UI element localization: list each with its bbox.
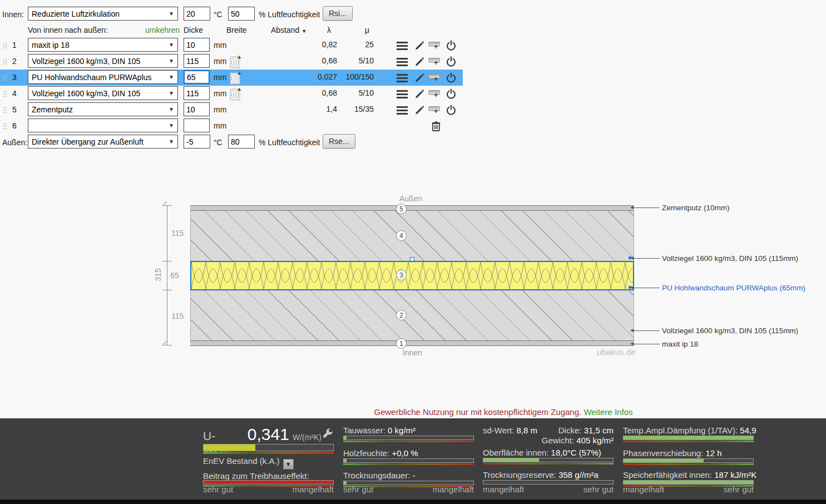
- drag-handle-icon[interactable]: [3, 75, 7, 81]
- dimension-tick: [162, 290, 172, 290]
- mm-unit: mm: [214, 73, 226, 82]
- diagram-label-maxit: maxit ip 18: [662, 340, 698, 348]
- mm-unit: mm: [214, 57, 226, 66]
- menu-icon[interactable]: [396, 40, 408, 51]
- add-layer-icon[interactable]: +: [428, 56, 441, 67]
- menu-icon[interactable]: [396, 105, 408, 116]
- uwert-unit: W/(m²K): [293, 433, 322, 442]
- sdwert-label: sd-Wert:: [483, 426, 514, 435]
- wall-layer-vollziegel-inner[interactable]: [190, 290, 634, 340]
- holzfeuchte-gradient-scale: [343, 463, 474, 465]
- leader-line: [632, 207, 660, 208]
- outside-humidity-input[interactable]: [228, 135, 255, 149]
- speicher-label: Speicherfähigkeit innen:: [623, 470, 712, 480]
- results-col-dynamics: Temp.Ampl.Dämpfung (1/TAV): 54,9 Phasenv…: [623, 418, 754, 500]
- sdwert-value: 8,8 m: [517, 426, 538, 435]
- wall-layer-insulation-selected[interactable]: [190, 261, 634, 290]
- menu-icon[interactable]: [396, 56, 408, 67]
- material-select[interactable]: PU Hohlwandschaum PURWAplus ▼: [28, 70, 178, 84]
- edit-pencil-icon[interactable]: [413, 40, 425, 51]
- wall-layer-maxit[interactable]: [190, 340, 634, 346]
- thickness-input[interactable]: [184, 86, 210, 100]
- drag-handle-icon[interactable]: [3, 123, 7, 130]
- dicke-label: Dicke:: [558, 426, 582, 435]
- tauwasser-value: 0 kg/m²: [388, 426, 416, 435]
- inside-surface-select[interactable]: Reduzierte Luftzirkulation ▼: [28, 7, 178, 21]
- col-header-spacing[interactable]: Abstand ▼: [271, 26, 306, 34]
- inside-humidity-input[interactable]: [228, 7, 255, 21]
- oberflaeche-gradient-scale: [483, 463, 614, 465]
- enev-dropdown-button[interactable]: ▼: [283, 459, 294, 470]
- thickness-input[interactable]: [184, 54, 210, 68]
- material-select-value: Vollziegel 1600 kg/m3, DIN 105: [32, 89, 166, 98]
- thickness-input[interactable]: [184, 102, 210, 116]
- svg-text:+: +: [238, 87, 241, 93]
- drag-handle-icon[interactable]: [3, 107, 7, 113]
- layer-resize-handle[interactable]: [410, 257, 414, 261]
- mm-unit: mm: [214, 89, 226, 98]
- outside-surface-select[interactable]: Direkter Übergang zur Außenluft ▼: [28, 135, 178, 149]
- outside-temperature-input[interactable]: [184, 135, 210, 149]
- material-select[interactable]: Zementputz ▼: [28, 102, 178, 116]
- material-select[interactable]: Vollziegel 1600 kg/m3, DIN 105 ▼: [28, 54, 178, 68]
- layer-row-6-empty: 6 ▼ mm: [0, 118, 826, 134]
- layer-row-5: 5 Zementputz ▼ mm 1,4 15/35 +: [0, 102, 826, 118]
- wall-layer-zementputz[interactable]: [190, 205, 634, 211]
- leader-line: [632, 258, 660, 259]
- edit-pencil-icon[interactable]: [413, 72, 425, 83]
- add-layer-icon[interactable]: +: [428, 72, 441, 83]
- drag-handle-icon[interactable]: [3, 58, 7, 65]
- layer-number: 6: [10, 121, 19, 130]
- power-toggle-icon[interactable]: [445, 88, 457, 100]
- power-toggle-icon[interactable]: [445, 105, 457, 116]
- dimension-tick: [162, 261, 172, 261]
- wrench-icon[interactable]: [322, 428, 334, 442]
- inhomogeneous-layer-icon[interactable]: +: [230, 55, 242, 71]
- power-toggle-icon[interactable]: [445, 56, 457, 67]
- svg-text:+: +: [434, 58, 438, 67]
- svg-text:+: +: [434, 91, 438, 99]
- add-layer-icon[interactable]: +: [428, 40, 441, 51]
- svg-text:+: +: [434, 107, 438, 115]
- power-toggle-icon[interactable]: [445, 40, 457, 51]
- rse-button[interactable]: Rse...: [323, 134, 355, 149]
- menu-icon[interactable]: [396, 88, 408, 100]
- drag-handle-icon[interactable]: [3, 42, 7, 49]
- inside-temperature-input[interactable]: [184, 7, 210, 21]
- edit-pencil-icon[interactable]: [413, 105, 425, 116]
- speicher-value: 187 kJ/m²K: [714, 470, 756, 480]
- edit-pencil-icon[interactable]: [413, 56, 425, 67]
- wall-layer-vollziegel-outer[interactable]: [190, 211, 634, 261]
- drag-handle-icon[interactable]: [3, 91, 7, 97]
- phase-bar: [623, 458, 754, 463]
- reverse-link[interactable]: umkehren: [145, 26, 180, 34]
- power-toggle-icon[interactable]: [445, 72, 457, 83]
- trocknungsdauer-label: Trocknungsdauer:: [343, 471, 410, 480]
- svg-text:+: +: [434, 42, 438, 51]
- more-info-link[interactable]: Weitere Infos: [583, 407, 632, 417]
- col-header-mu: μ: [365, 26, 369, 34]
- material-select-empty[interactable]: ▼: [28, 118, 178, 132]
- dimension-end-slash: [163, 341, 172, 350]
- thickness-input-focused[interactable]: [184, 70, 210, 84]
- rsi-button[interactable]: Rsi...: [323, 6, 353, 21]
- phase-value: 12 h: [705, 448, 721, 458]
- edit-pencil-icon[interactable]: [413, 88, 425, 100]
- trash-icon[interactable]: [430, 121, 442, 132]
- thickness-input[interactable]: [184, 118, 210, 132]
- layer-number: 3: [10, 73, 19, 82]
- material-select[interactable]: Vollziegel 1600 kg/m3, DIN 105 ▼: [28, 86, 178, 100]
- watermark: ubakus.de: [597, 347, 635, 357]
- mm-unit: mm: [214, 105, 226, 114]
- add-layer-icon[interactable]: +: [428, 88, 441, 100]
- menu-icon[interactable]: [396, 72, 408, 83]
- add-layer-icon[interactable]: +: [428, 105, 441, 116]
- material-select[interactable]: maxit ip 18 ▼: [28, 38, 178, 52]
- inhomogeneous-layer-icon[interactable]: +: [230, 71, 242, 87]
- col-header-width: Breite: [226, 26, 247, 34]
- inside-surface-select-value: Reduzierte Luftzirkulation: [32, 9, 166, 18]
- layer-row-1: 1 maxit ip 18 ▼ mm 0,82 25 +: [0, 37, 826, 53]
- inhomogeneous-layer-icon[interactable]: +: [230, 87, 242, 103]
- commercial-use-notice: Gewerbliche Nutzung nur mit kostenpflich…: [181, 407, 826, 417]
- thickness-input[interactable]: [184, 38, 210, 52]
